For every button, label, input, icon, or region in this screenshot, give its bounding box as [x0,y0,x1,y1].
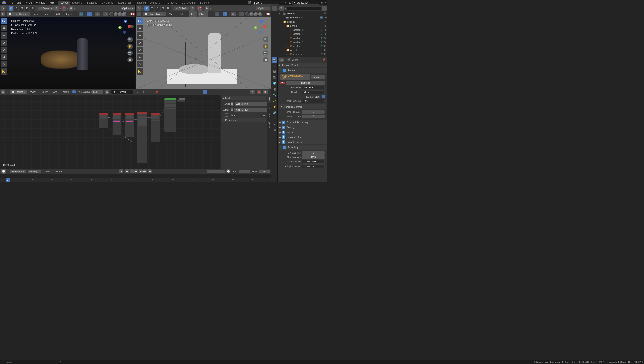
nav-gizmo[interactable]: Z Y [118,20,133,34]
viewport-menu-select-r[interactable]: Select [178,12,188,17]
visibility-toggle-icon[interactable]: 👁 [324,16,326,19]
node-sidebar-tab-view[interactable]: View [267,110,271,119]
mesh-data-icon[interactable]: ▽ [320,40,323,44]
prop-tab-texture[interactable]: ▦ [272,128,277,133]
snap-r2[interactable]: ⊟ [155,6,160,10]
mode-dropdown-left[interactable]: 🔲 Object Mode [7,12,30,16]
overlay-toggle-icon[interactable]: 🌐 [79,12,84,16]
filter-mode-dropdown[interactable]: importance ▾ [302,160,325,164]
tool-measure[interactable]: 📐 [1,68,7,74]
grease-pencil-header[interactable]: ▸ Grease Pencil [278,63,327,68]
outliner-item-cookie[interactable]: ▾📁cookie👁 [271,24,327,28]
copy-icon[interactable]: ⎘ [142,90,146,94]
shading-wireframe-icon-r[interactable] [245,12,249,16]
outliner-editor-icon[interactable]: ≣ [272,6,277,10]
xray-icon[interactable]: ⊡ [103,12,108,16]
workspace-tab-modeling[interactable]: Modeling [70,1,85,5]
nav-zoom-icon[interactable]: 🔍 [127,37,133,42]
prop-tab-output[interactable]: 🖨 [272,63,277,68]
pin-props-icon[interactable]: 📌 [322,58,326,61]
node-sidebar-tab-item[interactable]: Item [267,95,271,103]
timeline-menu-marker[interactable]: Marker [53,169,64,174]
shading-solid-icon-r[interactable] [250,12,254,16]
pin-material-icon[interactable]: 📌 [154,90,159,94]
snap2-icon[interactable]: 🧲 [257,90,261,94]
menu-window[interactable]: Window [35,0,47,6]
pivot-point-icon[interactable]: ⊙ [55,6,59,10]
viewport-left-canvas[interactable]: ⊕ ✥ ⟳ ⤢ ◈ ✎ 📐 Camera Perspective (1) Col… [0,17,135,88]
transform-orientation-dropdown-r[interactable]: ⟲ Global [174,6,189,10]
tool-move-r[interactable]: ✥ [137,32,143,39]
visibility-toggle-icon[interactable]: 👁 [324,53,326,56]
node-editor-type-icon[interactable]: ◉ [1,90,6,94]
scene-new-icon[interactable]: ⎘ [280,1,283,4]
render-threads-field[interactable]: -2 [302,110,325,114]
render-section-header[interactable]: ▾ R Render [279,68,326,73]
workspace-tab-animation[interactable]: Animation [148,1,164,5]
cursor-tool-icon[interactable]: ↖ [1,6,6,10]
nav-perspective-icon[interactable]: ▦ [127,57,133,62]
slot-dropdown[interactable]: Slot 1 [91,90,103,94]
workspace-tab-layout[interactable]: Layout [58,1,70,5]
node-sidebar-tab-options[interactable]: Options [267,119,271,130]
menu-help[interactable]: Help [47,0,56,6]
nav-zoom-icon-r[interactable]: 🔍 [263,37,269,42]
node-canvas[interactable]: BKG Wall ▾ Node Name:▦ Label:▦ ▸ Color⋮≡… [0,95,271,169]
shading-solid-icon[interactable] [114,12,118,16]
visibility-toggle-icon[interactable]: 👁 [324,49,326,52]
preset-icon[interactable]: ⋮≡ [261,114,265,116]
viewport-menu-object-r[interactable]: Object [198,11,208,17]
mesh-data-icon[interactable]: ▽ [320,32,323,36]
node-type-dropdown[interactable]: 🔲 Object [10,90,27,94]
viewlayer-new-icon[interactable]: ⎘ [320,1,324,4]
prop-tab-material[interactable]: ● [272,122,277,127]
batch-threads-field[interactable]: 0 [302,114,325,118]
menu-edit[interactable]: Edit [15,0,23,6]
node-menu-view[interactable]: View [28,89,37,94]
options-dropdown-r[interactable]: Options [256,6,270,10]
editor-type-icon-r[interactable]: ⊞ [137,12,141,16]
tool-select[interactable] [1,18,7,24]
nav-gizmo-r[interactable]: Z Y [254,20,269,34]
editor-type-icon[interactable]: ⊞ [1,12,6,16]
outliner-item-rendercam[interactable]: ▸📷renderCam▦👁 [271,15,327,20]
workspace-tab-uv-editing[interactable]: UV Editing [99,1,115,5]
tool-select-r[interactable] [137,18,143,24]
disclosure-icon[interactable]: ▸ [280,12,282,14]
keyframe-prev-icon[interactable]: ⏴◆ [130,170,134,174]
timeline-menu-view[interactable]: View [42,169,51,174]
disclosure-icon[interactable]: ▾ [280,21,282,23]
render-holdouts-dropdown[interactable]: Off ▾ [302,99,325,103]
node-sidebar-tab-tool[interactable]: Tool [267,103,271,110]
disclosure-icon[interactable]: ▸ [286,53,289,55]
view-layer-input[interactable] [292,1,319,5]
current-frame-input[interactable] [206,170,225,173]
outliner-item-crumbs[interactable]: ▸▽crumbs▽👁 [271,52,327,56]
prop-tab-scene[interactable]: 🎬 [272,75,277,80]
visibility-toggle-icon[interactable]: 👁 [324,12,326,14]
viewport-menu-object[interactable]: Object [63,12,74,17]
workspace-tab-rendering[interactable]: Rendering [164,1,179,5]
snap-icon[interactable]: ⊞ [14,6,19,10]
visibility-toggle-icon[interactable]: 👁 [324,41,326,43]
disclosure-icon[interactable]: ▸ [286,29,289,31]
mesh-data-icon[interactable]: ▽ [320,28,323,32]
delete-icon[interactable]: ✕ [148,90,153,94]
visibility-toggle-icon[interactable]: 👁 [324,36,326,39]
baking-header[interactable]: ▸ R Baking [278,125,327,130]
disclosure-icon[interactable]: ▸ [286,33,289,35]
tool-rotate-r[interactable]: ⟳ [137,40,143,46]
select-box-icon[interactable]: ▣ [9,6,13,10]
scene-name-input[interactable] [252,1,279,5]
keyframe-next-icon[interactable]: ◆⏵ [143,170,147,174]
pin-icon[interactable]: 🛡 [135,90,140,94]
mesh-data-icon[interactable]: ▽ [320,44,323,48]
nav-camera-icon[interactable]: 📷 [127,50,133,56]
workspace-tab-sculpting[interactable]: Sculpting [85,1,99,5]
scene-delete-icon[interactable]: ✕ [284,1,286,4]
adaptive-metric-dropdown[interactable]: variance ▾ [302,164,325,168]
stop-ipr-button[interactable]: Stop IPR [286,81,325,85]
node-menu-add[interactable]: Add [51,89,59,94]
outliner-display-mode-icon[interactable]: 🎬 [280,6,284,10]
disclosure-icon[interactable]: ▾ [283,49,285,51]
